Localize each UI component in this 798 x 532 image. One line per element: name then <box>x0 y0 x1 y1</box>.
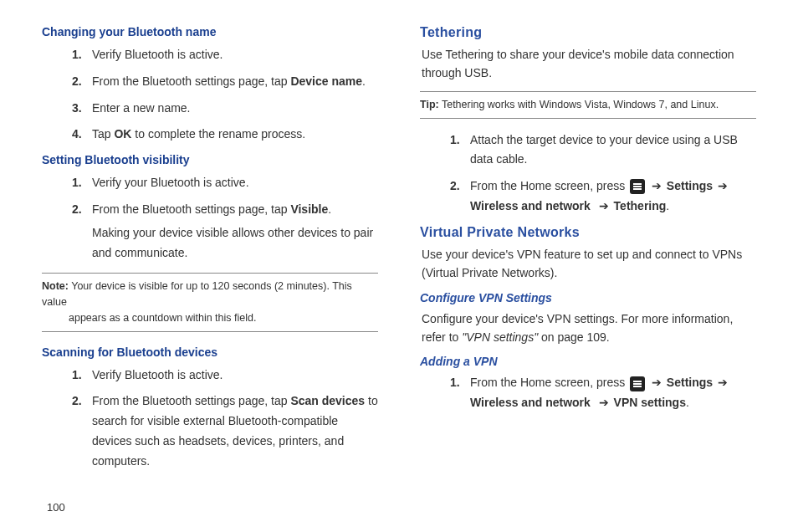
step-text: Verify Bluetooth is active. <box>92 366 378 386</box>
step-number: 1. <box>450 373 470 413</box>
note-text: Your device is visible for up to 120 sec… <box>42 280 352 308</box>
list-scanning: 1. Verify Bluetooth is active. 2. From t… <box>42 366 378 472</box>
list-adding-vpn: 1. From the Home screen, press ➔ Setting… <box>420 373 756 413</box>
step-continuation: Making your device visible allows other … <box>92 223 378 263</box>
configure-vpn-text: Configure your device's VPN settings. Fo… <box>420 309 756 347</box>
list-visibility: 1. Verify your Bluetooth is active. 2. F… <box>42 173 378 263</box>
right-column: Tethering Use Tethering to share your de… <box>420 25 756 480</box>
step-text: From the Home screen, press ➔ Settings ➔… <box>470 176 756 217</box>
step-text: From the Bluetooth settings page, tap De… <box>92 72 378 92</box>
list-item: 3. Enter a new name. <box>72 99 378 119</box>
note-label: Note: <box>42 280 69 292</box>
heading-configure-vpn: Configure VPN Settings <box>420 291 756 304</box>
heading-scanning: Scanning for Bluetooth devices <box>42 345 378 359</box>
heading-vpn: Virtual Private Networks <box>420 225 756 240</box>
list-item: 1. Verify your Bluetooth is active. <box>72 173 378 193</box>
list-item: 1. From the Home screen, press ➔ Setting… <box>450 373 756 413</box>
step-number: 2. <box>72 391 92 471</box>
list-item: 2. From the Home screen, press ➔ Setting… <box>450 176 756 217</box>
step-text: Verify Bluetooth is active. <box>92 45 378 65</box>
tip-label: Tip: <box>420 99 439 110</box>
vpn-desc: Use your device's VPN feature to set up … <box>420 245 756 283</box>
list-item: 4. Tap OK to complete the rename process… <box>72 125 378 145</box>
menu-icon <box>630 179 645 194</box>
step-text: From the Home screen, press ➔ Settings ➔… <box>470 373 756 413</box>
step-text: From the Bluetooth settings page, tap Sc… <box>92 391 378 471</box>
step-number: 1. <box>450 130 470 171</box>
step-number: 2. <box>72 200 92 220</box>
step-number: 1. <box>72 366 92 386</box>
menu-icon <box>630 376 645 391</box>
step-number: 1. <box>72 45 92 65</box>
step-number: 3. <box>72 99 92 119</box>
list-tethering: 1. Attach the target device to your devi… <box>420 130 756 217</box>
note-box: Note: Your device is visible for up to 1… <box>42 273 378 331</box>
heading-tethering: Tethering <box>420 25 756 40</box>
step-number: 4. <box>72 125 92 145</box>
heading-adding-vpn: Adding a VPN <box>420 355 756 368</box>
list-item: 1. Attach the target device to your devi… <box>450 130 756 171</box>
step-text: Tap OK to complete the rename process. <box>92 125 378 145</box>
note-text-cont: appears as a countdown within this field… <box>42 310 378 326</box>
step-text: From the Bluetooth settings page, tap Vi… <box>92 200 378 220</box>
list-item: 2. From the Bluetooth settings page, tap… <box>72 391 378 471</box>
step-text: Enter a new name. <box>92 99 378 119</box>
left-column: Changing your Bluetooth name 1. Verify B… <box>42 25 378 480</box>
tethering-desc: Use Tethering to share your device's mob… <box>420 45 756 83</box>
step-text: Verify your Bluetooth is active. <box>92 173 378 193</box>
heading-setting-visibility: Setting Bluetooth visibility <box>42 153 378 166</box>
tip-box: Tip: Tethering works with Windows Vista,… <box>420 91 756 119</box>
tip-text: Tethering works with Windows Vista, Wind… <box>439 99 719 110</box>
list-item: 2. From the Bluetooth settings page, tap… <box>72 200 378 263</box>
list-item: 1. Verify Bluetooth is active. <box>72 366 378 386</box>
list-item: 1. Verify Bluetooth is active. <box>72 45 378 65</box>
list-item: 2. From the Bluetooth settings page, tap… <box>72 72 378 92</box>
page-columns: Changing your Bluetooth name 1. Verify B… <box>42 25 756 480</box>
page-number: 100 <box>47 501 65 514</box>
step-number: 1. <box>72 173 92 193</box>
list-changing-name: 1. Verify Bluetooth is active. 2. From t… <box>42 45 378 145</box>
heading-changing-bluetooth-name: Changing your Bluetooth name <box>42 25 378 38</box>
step-number: 2. <box>450 176 470 217</box>
step-text: Attach the target device to your device … <box>470 130 756 171</box>
step-number: 2. <box>72 72 92 92</box>
